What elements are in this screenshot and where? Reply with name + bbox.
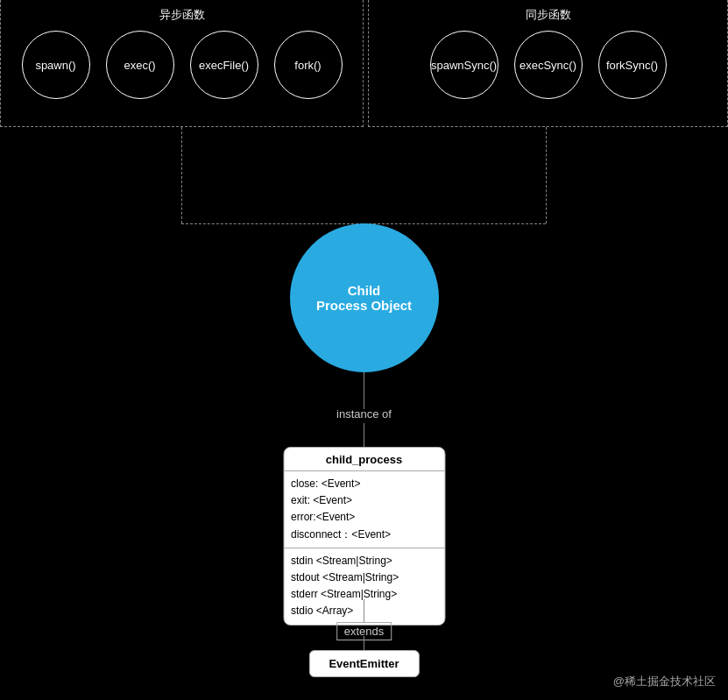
sync-func-circle: forkSync() <box>598 31 667 99</box>
circle-line2: Process Object <box>316 298 412 313</box>
async-func-circle: spawn() <box>22 31 90 99</box>
async-func-circle: exec() <box>106 31 174 99</box>
vert-to-extends <box>364 599 364 622</box>
async-func-circle: fork() <box>274 31 343 99</box>
event-emitter-box: EventEmitter <box>308 650 419 677</box>
diagram-container: 异步函数 spawn()exec()execFile()fork() 同步函数 … <box>0 0 728 700</box>
dashed-line-right <box>546 127 547 223</box>
async-func-circle: execFile() <box>190 31 258 99</box>
async-section: 异步函数 spawn()exec()execFile()fork() <box>0 0 364 127</box>
box-event-item: close: <Event> <box>291 476 437 492</box>
sync-circles-row: spawnSync()execSync()forkSync() <box>369 31 727 99</box>
sync-section: 同步函数 spawnSync()execSync()forkSync() <box>368 0 728 127</box>
box-stream-item: stdout <Stream|String> <box>291 569 437 586</box>
async-section-label: 异步函数 <box>159 7 205 23</box>
vert-to-instance <box>364 372 364 409</box>
sync-func-circle: spawnSync() <box>430 31 498 99</box>
child-process-circle: Child Process Object <box>290 223 439 372</box>
sync-section-label: 同步函数 <box>526 7 571 23</box>
child-process-box: child_process close: <Event>exit: <Event… <box>283 447 445 626</box>
box-stream-item: stdin <Stream|String> <box>291 553 437 569</box>
watermark: @稀土掘金技术社区 <box>613 674 716 689</box>
box-event-item: exit: <Event> <box>291 492 437 509</box>
vert-to-emitter <box>364 636 364 650</box>
dashed-line-left <box>181 127 182 223</box>
sync-func-circle: execSync() <box>514 31 583 99</box>
instance-of-label: instance of <box>336 407 392 421</box>
box-events: close: <Event>exit: <Event>error:<Event>… <box>284 471 444 548</box>
async-circles-row: spawn()exec()execFile()fork() <box>1 31 363 99</box>
box-event-item: error:<Event> <box>291 509 437 526</box>
box-event-item: disconnect：<Event> <box>291 527 437 543</box>
circle-line1: Child <box>348 283 381 298</box>
vert-to-box <box>364 423 364 447</box>
box-title: child_process <box>284 448 444 471</box>
